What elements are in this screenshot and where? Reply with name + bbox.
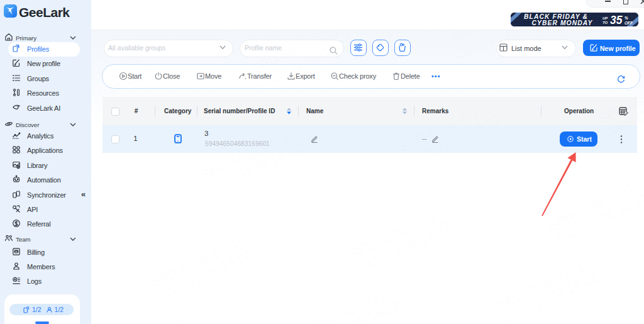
svg-text:TO: TO — [602, 21, 608, 25]
svg-text:UP: UP — [602, 16, 608, 20]
svg-text:%: % — [625, 16, 628, 20]
svg-text:CYBER MONDAY: CYBER MONDAY — [531, 20, 592, 26]
svg-text:OFF: OFF — [625, 21, 633, 25]
svg-text:35: 35 — [610, 14, 623, 26]
